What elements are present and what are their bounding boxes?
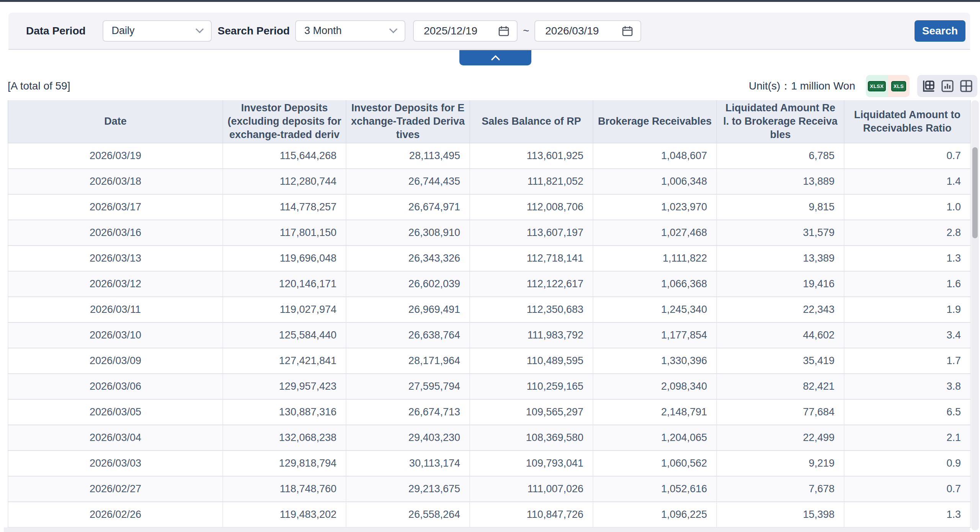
table-row: 2026/03/13119,696,04826,343,326112,718,1…: [8, 246, 970, 271]
column-header: Sales Balance of RP: [470, 100, 593, 143]
value-cell: 112,350,683: [470, 297, 593, 322]
date-cell: 2026/02/26: [8, 502, 223, 527]
date-cell: 2026/03/11: [8, 297, 223, 322]
value-cell: 26,674,713: [346, 399, 470, 425]
date-cell: 2026/03/19: [8, 143, 223, 169]
value-cell: 0.7: [844, 476, 970, 502]
value-cell: 1,023,970: [593, 194, 717, 220]
column-header: Investor Deposits (excluding deposits fo…: [223, 100, 346, 143]
value-cell: 26,558,264: [346, 502, 470, 527]
table-row: 2026/03/05130,887,31626,674,713109,565,2…: [8, 399, 970, 425]
data-period-value: Daily: [112, 25, 135, 37]
value-cell: 26,343,326: [346, 246, 470, 271]
export-xlsx-button[interactable]: XLSX: [866, 75, 888, 97]
value-cell: 119,027,974: [223, 297, 346, 322]
value-cell: 111,983,792: [470, 322, 593, 348]
value-cell: 109,793,041: [470, 451, 593, 476]
header-row: DateInvestor Deposits (excluding deposit…: [8, 100, 970, 143]
value-cell: 1,177,854: [593, 322, 717, 348]
value-cell: 125,584,440: [223, 322, 346, 348]
date-cell: 2026/03/09: [8, 348, 223, 374]
table-row: 2026/02/26119,483,20226,558,264110,847,7…: [8, 502, 970, 527]
table-chart-view-icon: [921, 79, 935, 93]
value-cell: 2.8: [844, 220, 970, 246]
grid-view-icon: [959, 79, 973, 93]
search-period-select[interactable]: 3 Month: [295, 20, 405, 42]
chart-view-icon: [941, 79, 954, 93]
search-button[interactable]: Search: [915, 20, 965, 42]
value-cell: 118,748,760: [223, 476, 346, 502]
table-row: 2026/03/09127,421,84128,171,964110,489,5…: [8, 348, 970, 374]
value-cell: 1,204,065: [593, 425, 717, 451]
value-cell: 132,068,238: [223, 425, 346, 451]
scrollbar-thumb[interactable]: [972, 147, 978, 238]
date-cell: 2026/03/12: [8, 271, 223, 297]
table-row: 2026/03/12120,146,17126,602,039112,122,6…: [8, 271, 970, 297]
date-to-value: 2026/03/19: [545, 25, 599, 37]
value-cell: 44,602: [717, 322, 844, 348]
date-cell: 2026/03/06: [8, 374, 223, 399]
value-cell: 2,098,340: [593, 374, 717, 399]
value-cell: 22,499: [717, 425, 844, 451]
chevron-down-icon: [196, 25, 204, 33]
grid-view-button[interactable]: [959, 78, 974, 94]
value-cell: 129,957,423: [223, 374, 346, 399]
column-header: Liquidated Amount Re l. to Brokerage Rec…: [717, 100, 844, 143]
date-from-input[interactable]: 2025/12/19: [413, 20, 518, 42]
value-cell: 19,416: [717, 271, 844, 297]
value-cell: 113,601,925: [470, 143, 593, 169]
column-header: Date: [8, 100, 223, 143]
date-to-input[interactable]: 2026/03/19: [534, 20, 641, 42]
table-chart-view-button[interactable]: [921, 78, 936, 94]
total-count-label: [A total of 59]: [8, 80, 70, 92]
chevron-down-icon: [389, 25, 397, 33]
value-cell: 26,638,764: [346, 322, 470, 348]
date-cell: 2026/03/04: [8, 425, 223, 451]
value-cell: 120,146,171: [223, 271, 346, 297]
date-cell: 2026/03/03: [8, 451, 223, 476]
value-cell: 113,607,197: [470, 220, 593, 246]
value-cell: 2.1: [844, 425, 970, 451]
value-cell: 1.6: [844, 271, 970, 297]
value-cell: 115,644,268: [223, 143, 346, 169]
date-from-value: 2025/12/19: [424, 25, 477, 37]
xlsx-file-icon: XLSX: [868, 81, 886, 91]
value-cell: 28,171,964: [346, 348, 470, 374]
value-cell: 130,887,316: [223, 399, 346, 425]
value-cell: 26,744,435: [346, 169, 470, 194]
table-row: 2026/03/19115,644,26828,113,495113,601,9…: [8, 143, 970, 169]
value-cell: 112,122,617: [470, 271, 593, 297]
vertical-scrollbar[interactable]: [971, 100, 979, 530]
value-cell: 1,330,396: [593, 348, 717, 374]
value-cell: 26,602,039: [346, 271, 470, 297]
value-cell: 77,684: [717, 399, 844, 425]
date-cell: 2026/03/10: [8, 322, 223, 348]
data-period-select[interactable]: Daily: [103, 20, 212, 42]
table-row: 2026/03/10125,584,44026,638,764111,983,7…: [8, 322, 970, 348]
value-cell: 2,148,791: [593, 399, 717, 425]
chart-view-button[interactable]: [940, 78, 955, 94]
calendar-icon[interactable]: [621, 25, 634, 37]
value-cell: 7,678: [717, 476, 844, 502]
table-body: 2026/03/19115,644,26828,113,495113,601,9…: [8, 143, 970, 527]
value-cell: 119,483,202: [223, 502, 346, 527]
value-cell: 110,259,165: [470, 374, 593, 399]
value-cell: 26,969,491: [346, 297, 470, 322]
value-cell: 1,111,822: [593, 246, 717, 271]
value-cell: 111,007,026: [470, 476, 593, 502]
data-table: DateInvestor Deposits (excluding deposit…: [8, 100, 971, 528]
table-row: 2026/03/17114,778,25726,674,971112,008,7…: [8, 194, 970, 220]
value-cell: 15,398: [717, 502, 844, 527]
value-cell: 129,818,794: [223, 451, 346, 476]
value-cell: 1.4: [844, 169, 970, 194]
value-cell: 30,113,174: [346, 451, 470, 476]
export-xls-button[interactable]: XLS: [888, 75, 910, 97]
calendar-icon[interactable]: [498, 25, 510, 37]
value-cell: 9,815: [717, 194, 844, 220]
table-row: 2026/03/04132,068,23829,403,230108,369,5…: [8, 425, 970, 451]
xls-file-icon: XLS: [891, 81, 906, 91]
collapse-filter-button[interactable]: [459, 50, 531, 65]
unit-label: Unit(s)：1 million Won: [749, 79, 855, 93]
value-cell: 9,219: [717, 451, 844, 476]
value-cell: 35,419: [717, 348, 844, 374]
